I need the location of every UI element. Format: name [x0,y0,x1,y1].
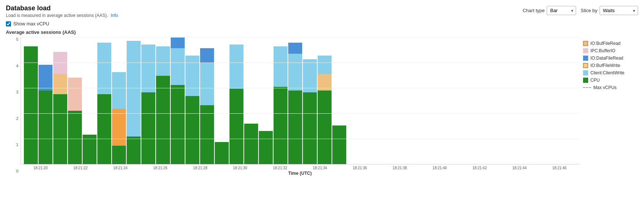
x-axis-label: 18:21:28 [180,166,220,170]
chart-type-select[interactable]: Bar Line [547,6,576,15]
page-title: Database load [6,4,118,12]
legend-label-cpu: CPU [590,78,600,83]
subtitle: Load is measured in average active sessi… [6,13,118,18]
x-axis-label: 18:21:36 [340,166,380,170]
y-label-0: 0 [16,169,18,173]
y-axis: 5 4 3 2 1 0 [6,37,21,173]
header: Database load Load is measured in averag… [6,4,638,18]
legend-label-ipc-buffer-io: IPC:BufferIO [590,48,615,53]
legend-swatch-client-client-write [583,70,588,75]
legend-swatch-io-buf-file-write [583,63,588,68]
header-left: Database load Load is measured in averag… [6,4,118,18]
legend-label-max-vcpus: Max vCPUs [593,85,616,90]
y-label-1: 1 [16,142,18,147]
chart-type-select-wrapper: Bar Line ▼ [547,6,576,15]
x-axis-label: 18:21:24 [100,166,140,170]
slice-by-label: Slice by [580,8,597,13]
legend-item-cpu: CPU [583,78,638,83]
x-axis-labels: 18:21:2018:21:2218:21:2418:21:2618:21:28… [21,166,579,170]
legend-label-client-client-write: Client:ClientWrite [590,70,624,75]
x-axis-title: Time (UTC) [21,171,579,176]
legend-swatch-io-data-file-read [583,56,588,61]
legend-item-io-buf-file-write: IO:BufFileWrite [583,63,638,68]
page: Database load Load is measured in averag… [0,0,644,209]
x-axis-label: 18:21:22 [61,166,101,170]
legend-label-io-buf-file-write: IO:BufFileWrite [590,63,620,68]
slice-by-select-wrapper: Waits SQL Users Hosts Applications Datab… [600,6,638,15]
show-max-vcpu-label: Show max vCPU [13,21,49,26]
chart-wrapper: 5 4 3 2 1 0 [6,37,638,176]
x-axis-label: 18:21:40 [420,166,460,170]
legend-label-io-data-file-read: IO:DataFileRead [590,56,623,61]
slice-by-control: Slice by Waits SQL Users Hosts Applicati… [580,6,638,15]
chart-title: Average active sessions (AAS) [6,29,638,35]
y-label-4: 4 [16,64,18,68]
legend-swatch-io-buf-file-read [583,41,588,46]
chart-body-wrapper: 18:21:2018:21:2218:21:2418:21:2618:21:28… [21,37,579,176]
chart-section: Average active sessions (AAS) 5 4 3 2 1 … [6,29,638,176]
y-label-2: 2 [16,116,18,121]
x-axis-label: 18:21:20 [21,166,61,170]
legend-swatch-ipc-buffer-io [583,48,588,53]
slice-by-select[interactable]: Waits SQL Users Hosts Applications Datab… [600,6,638,15]
info-link[interactable]: Info [111,13,118,18]
x-axis-label: 18:21:42 [460,166,500,170]
header-controls: Chart type Bar Line ▼ Slice by Waits SQL… [522,6,638,15]
x-axis-label: 18:21:44 [500,166,540,170]
legend-item-io-buf-file-read: IO:BufFileRead [583,41,638,46]
legend-item-client-client-write: Client:ClientWrite [583,70,638,75]
x-axis-label: 18:21:38 [380,166,420,170]
legend-panel: IO:BufFileRead IPC:BufferIO IO:DataFileR… [579,41,638,176]
legend-item-io-data-file-read: IO:DataFileRead [583,56,638,61]
legend-swatch-cpu [583,78,588,83]
legend-dashed-max-vcpus [583,87,591,88]
x-axis-label: 18:21:34 [300,166,340,170]
x-axis-label: 18:21:46 [539,166,579,170]
show-max-vcpu-checkbox[interactable] [6,21,11,26]
legend-label-io-buf-file-read: IO:BufFileRead [590,41,621,46]
x-axis-label: 18:21:30 [220,166,260,170]
grid-lines [21,37,579,164]
show-max-vcpu-row: Show max vCPU [6,21,638,26]
chart-body [21,37,579,164]
y-label-5: 5 [16,37,18,42]
chart-type-label: Chart type [522,8,544,13]
x-axis-label: 18:21:26 [140,166,180,170]
x-axis-label: 18:21:32 [260,166,300,170]
legend-item-max-vcpus: Max vCPUs [583,85,638,90]
y-label-3: 3 [16,90,18,94]
legend-item-ipc-buffer-io: IPC:BufferIO [583,48,638,53]
chart-type-control: Chart type Bar Line ▼ [522,6,576,15]
